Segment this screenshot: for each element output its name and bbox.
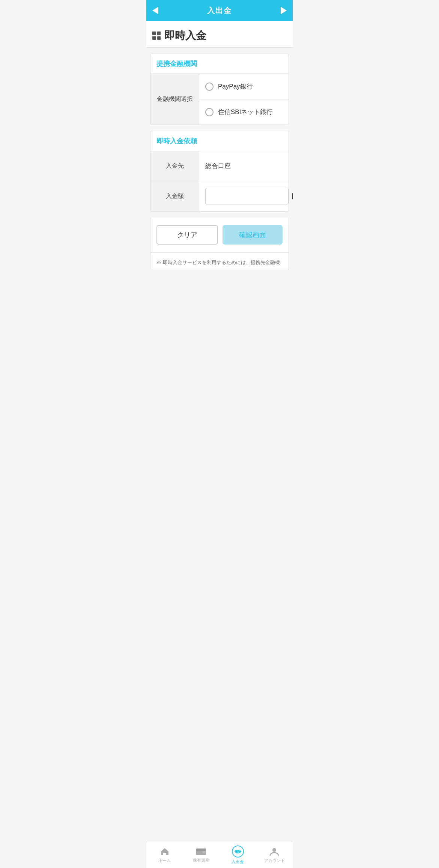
page-title-section: 即時入金	[146, 21, 293, 48]
deposit-destination-value: 総合口座	[199, 151, 289, 181]
amount-input-group: 円	[205, 188, 293, 204]
deposit-section-header: 即時入金依頼	[150, 131, 289, 151]
nav-back-button[interactable]	[152, 7, 158, 14]
deposit-destination-label: 入金先	[150, 151, 199, 181]
bank-options-container: PayPay銀行 住信SBIネット銀行	[199, 74, 289, 125]
notice-text: ※ 即時入金サービスを利用するためには、提携先金融機	[156, 260, 280, 265]
bank-section-header: 提携金融機関	[150, 54, 289, 74]
header: 入出金	[146, 0, 293, 21]
sbi-radio[interactable]	[205, 108, 213, 116]
paypay-radio[interactable]	[205, 83, 213, 91]
sbi-label: 住信SBIネット銀行	[218, 108, 273, 116]
deposit-request-card: 即時入金依頼 入金先 総合口座 入金額 円	[150, 131, 289, 212]
deposit-amount-field-wrapper: 円	[199, 181, 293, 211]
deposit-destination-row: 入金先 総合口座	[150, 151, 289, 181]
deposit-amount-label: 入金額	[150, 181, 199, 211]
nav-forward-button[interactable]	[281, 7, 287, 14]
yen-symbol: 円	[292, 192, 293, 201]
bank-selection-row: 金融機関選択 PayPay銀行 住信SBIネット銀行	[150, 74, 289, 125]
action-buttons: クリア 確認画面	[156, 225, 283, 245]
bank-selection-label: 金融機関選択	[150, 74, 199, 125]
button-section: クリア 確認画面	[150, 218, 289, 252]
paypay-label: PayPay銀行	[218, 82, 253, 91]
paypay-bank-option[interactable]: PayPay銀行	[199, 74, 289, 99]
grid-icon	[152, 32, 161, 40]
confirm-button[interactable]: 確認画面	[223, 225, 283, 245]
header-title: 入出金	[207, 6, 232, 16]
amount-input[interactable]	[205, 188, 289, 204]
bank-selection-card: 提携金融機関 金融機関選択 PayPay銀行 住信SBIネット銀行	[150, 54, 289, 125]
sbi-bank-option[interactable]: 住信SBIネット銀行	[199, 99, 289, 125]
clear-button[interactable]: クリア	[156, 225, 218, 245]
notice-section: ※ 即時入金サービスを利用するためには、提携先金融機	[150, 252, 289, 270]
deposit-amount-row: 入金額 円	[150, 181, 289, 211]
page-title: 即時入金	[164, 29, 206, 43]
